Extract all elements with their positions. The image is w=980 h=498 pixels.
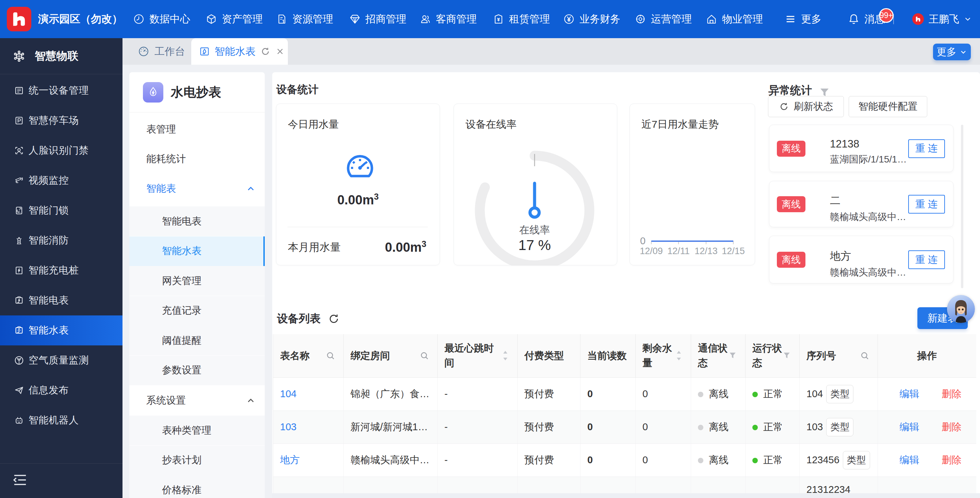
svg-text:在线率: 在线率: [519, 224, 550, 235]
svg-text:12/15: 12/15: [722, 246, 745, 256]
svg-text:12/09: 12/09: [640, 246, 663, 256]
svg-text:12/13: 12/13: [695, 246, 718, 256]
svg-text:0: 0: [640, 235, 646, 246]
svg-text:17 %: 17 %: [518, 237, 551, 253]
svg-text:12/11: 12/11: [667, 246, 690, 256]
